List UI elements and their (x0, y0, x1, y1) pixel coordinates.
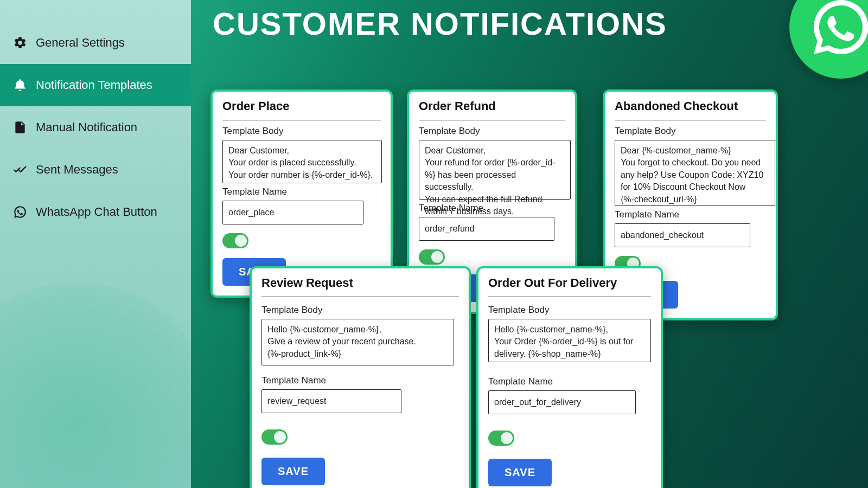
template-name-label: Template Name (261, 375, 459, 386)
gear-icon (13, 36, 27, 50)
template-body-label: Template Body (222, 126, 381, 137)
document-icon (13, 120, 27, 134)
sidebar-item-general-settings[interactable]: General Settings (0, 22, 191, 64)
template-body-input[interactable]: Hello {%-customer_name-%}, Your Order {%… (488, 319, 651, 362)
sidebar-item-manual-notification[interactable]: Manual Notification (0, 106, 191, 149)
template-name-input[interactable]: review_request (261, 389, 401, 413)
card-title: Order Out For Delivery (488, 276, 651, 297)
template-body-label: Template Body (615, 126, 766, 137)
template-name-input[interactable]: order_refund (419, 217, 554, 241)
cards-container: Order Place Template Body Dear Customer,… (191, 45, 868, 488)
card-title: Order Refund (419, 99, 565, 120)
sidebar-item-sent-messages[interactable]: Sent Messages (0, 149, 191, 191)
nav: General Settings Notification Templates … (0, 0, 191, 233)
template-name-input[interactable]: order_out_for_delivery (488, 390, 636, 414)
enabled-toggle[interactable] (419, 249, 445, 265)
sidebar-item-label: WhatsApp Chat Button (36, 205, 157, 219)
template-name-input[interactable]: order_place (222, 201, 363, 224)
enabled-toggle[interactable] (488, 431, 514, 446)
sidebar-item-notification-templates[interactable]: Notification Templates (0, 64, 191, 106)
sidebar-background-decoration (0, 282, 191, 488)
template-body-label: Template Body (488, 305, 651, 316)
double-check-icon (13, 163, 27, 177)
card-title: Order Place (222, 99, 381, 120)
template-name-label: Template Name (488, 376, 651, 387)
template-body-label: Template Body (261, 305, 459, 316)
template-name-label: Template Name (615, 209, 766, 220)
sidebar-item-label: Notification Templates (36, 78, 152, 92)
main-panel: CUSTOMER NOTIFICATIONS Order Place Templ… (191, 0, 868, 488)
sidebar-item-whatsapp-chat-button[interactable]: WhatsApp Chat Button (0, 191, 191, 233)
sidebar: General Settings Notification Templates … (0, 0, 191, 488)
card-order-out-for-delivery: Order Out For Delivery Template Body Hel… (476, 266, 663, 488)
card-review-request: Review Request Template Body Hello {%-cu… (250, 266, 471, 488)
sidebar-item-label: Sent Messages (36, 163, 118, 177)
sidebar-item-label: General Settings (36, 36, 125, 50)
save-button[interactable]: SAVE (488, 459, 552, 486)
card-title: Abandoned Checkout (615, 99, 766, 120)
template-body-label: Template Body (419, 126, 565, 137)
template-name-input[interactable]: abandoned_checkout (615, 223, 750, 247)
template-body-input[interactable]: Dear Customer, Your refund for order {%-… (419, 140, 571, 200)
save-button[interactable]: SAVE (261, 458, 325, 485)
template-body-input[interactable]: Dear {%-customer_name-%} You forgot to c… (615, 140, 775, 206)
page-title: CUSTOMER NOTIFICATIONS (191, 0, 868, 45)
whatsapp-icon (13, 205, 27, 219)
enabled-toggle[interactable] (261, 429, 288, 445)
template-name-label: Template Name (222, 187, 381, 197)
card-title: Review Request (261, 276, 459, 297)
enabled-toggle[interactable] (222, 233, 248, 248)
sidebar-item-label: Manual Notification (36, 120, 137, 134)
template-body-input[interactable]: Hello {%-customer_name-%}, Give a review… (261, 319, 454, 365)
template-body-input[interactable]: Dear Customer, Your order is placed succ… (222, 140, 382, 183)
bell-icon (13, 78, 27, 92)
